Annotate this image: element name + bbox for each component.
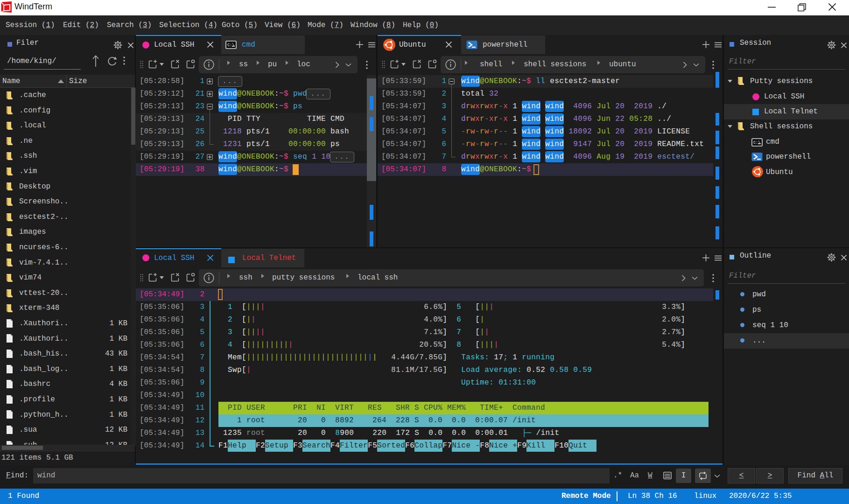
- svg-text:C:\: C:\: [227, 43, 234, 48]
- svg-text:C:\: C:\: [753, 140, 760, 145]
